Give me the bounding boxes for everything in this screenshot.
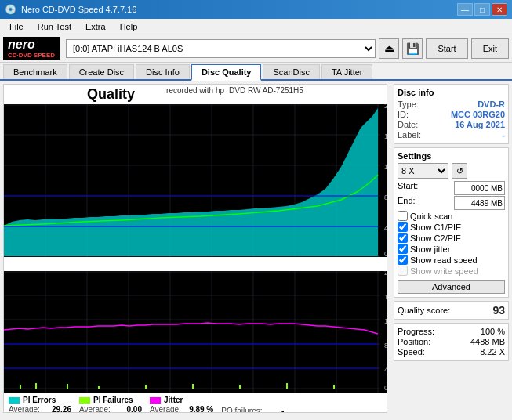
tab-scan-disc[interactable]: ScanDisc [263,64,319,79]
show-jitter-label: Show jitter [410,244,450,254]
svg-text:4: 4 [384,366,387,374]
show-c2-pif-row: Show C2/PIF [398,233,505,243]
settings-section: Settings 8 X Maximum 2 X 4 X 12 X 16 X ↺… [394,147,509,298]
toolbar: nero CD·DVD SPEED [0:0] ATAPI iHAS124 B … [0,34,512,63]
minimize-button[interactable]: — [457,3,473,16]
progress-label: Progress: [398,327,434,336]
stats-bar: PI Errors Average: 29.26 Maximum: 169 To… [4,393,387,413]
title-bar-controls: — □ ✕ [457,3,507,16]
end-row: End: [398,196,505,210]
title-bar: 💿 Nero CD-DVD Speed 4.7.7.16 — □ ✕ [0,0,512,19]
po-failures-stats: PO failures: - [221,396,284,413]
speed-row: 8 X Maximum 2 X 4 X 12 X 16 X ↺ [398,163,505,179]
position-value: 4488 MB [470,337,505,346]
svg-rect-75 [333,385,335,389]
show-read-speed-label: Show read speed [410,255,478,265]
jitter-legend [150,397,161,404]
chart-title-row: Quality recorded with hp DVD RW AD-7251H… [4,85,387,104]
exit-button[interactable]: Exit [471,38,509,59]
app-icon: 💿 [5,4,16,15]
settings-title: Settings [398,151,505,161]
pi-failures-avg-label: Average: [79,405,111,413]
pi-errors-label: PI Errors [23,396,56,404]
chart-area: Quality recorded with hp DVD RW AD-7251H… [3,84,387,413]
svg-text:20: 20 [384,271,387,277]
close-button[interactable]: ✕ [492,3,507,16]
position-row: Position: 4488 MB [398,337,505,346]
pi-errors-stats: PI Errors Average: 29.26 Maximum: 169 To… [9,396,71,413]
save-button[interactable]: 💾 [402,38,423,59]
menu-extra[interactable]: Extra [79,20,112,33]
disc-id-value: MCC 03RG20 [451,110,505,119]
menu-file[interactable]: File [3,20,30,33]
svg-text:0: 0 [384,384,387,392]
pi-failures-stats: PI Failures Average: 0.00 Maximum: 3 Tot… [79,396,142,413]
disc-type-row: Type: DVD-R [398,100,505,109]
maximize-button[interactable]: □ [474,3,490,16]
pi-failures-avg-value: 0.00 [127,405,142,413]
title-bar-text: Nero CD-DVD Speed 4.7.7.16 [21,5,136,14]
pi-errors-chart: 200 160 120 80 40 0 20 16 12 8 4 0 0. [4,104,387,257]
show-c1-pie-label: Show C1/PIE [410,223,461,232]
quick-scan-row: Quick scan [398,211,505,221]
position-label: Position: [398,337,430,346]
eject-button[interactable]: ⏏ [379,38,399,59]
show-read-speed-checkbox[interactable] [398,255,408,265]
disc-id-row: ID: MCC 03RG20 [398,110,505,119]
tab-benchmark[interactable]: Benchmark [3,64,67,79]
disc-label-label: Label: [398,130,421,139]
disc-date-label: Date: [398,120,418,129]
menu-run-test[interactable]: Run Test [31,20,78,33]
svg-text:12: 12 [384,317,387,325]
quality-score-label: Quality score: [398,306,450,315]
start-button[interactable]: Start [426,38,467,59]
disc-id-label: ID: [398,110,409,119]
svg-rect-72 [192,384,194,389]
end-label: End: [398,196,416,210]
recorded-with: recorded with hp [166,86,224,103]
right-panel: Disc info Type: DVD-R ID: MCC 03RG20 Dat… [390,81,512,416]
tab-disc-info[interactable]: Disc Info [136,64,190,79]
disc-label-value: - [502,130,505,139]
tab-ta-jitter[interactable]: TA Jitter [321,64,373,79]
refresh-button[interactable]: ↺ [452,163,467,179]
quick-scan-checkbox[interactable] [398,211,408,221]
show-write-speed-label: Show write speed [410,266,478,276]
show-jitter-checkbox[interactable] [398,244,408,254]
svg-text:0: 0 [384,250,387,257]
svg-rect-74 [286,383,288,389]
svg-rect-67 [20,385,21,389]
pi-errors-avg-label: Average: [9,405,40,413]
speed-prog-label: Speed: [398,347,425,357]
menu-help[interactable]: Help [114,20,144,33]
svg-text:16: 16 [384,132,387,140]
svg-text:20: 20 [384,104,387,110]
progress-section: Progress: 100 % Position: 4488 MB Speed:… [394,323,509,361]
speed-selector[interactable]: 8 X Maximum 2 X 4 X 12 X 16 X [398,163,448,179]
show-c2-pif-label: Show C2/PIF [410,234,461,243]
disc-type-value: DVD-R [478,100,505,109]
tab-create-disc[interactable]: Create Disc [69,64,134,79]
main-content: Quality recorded with hp DVD RW AD-7251H… [0,81,512,416]
drive-selector[interactable]: [0:0] ATAPI iHAS124 B AL0S [66,39,376,58]
speed-row-prog: Speed: 8.22 X [398,347,505,357]
svg-rect-68 [35,383,37,389]
jitter-avg-label: Average: [150,405,181,413]
show-c2-pif-checkbox[interactable] [398,233,408,243]
start-input[interactable] [454,181,505,195]
disc-info-section: Disc info Type: DVD-R ID: MCC 03RG20 Dat… [394,84,509,144]
show-c1-pie-checkbox[interactable] [398,222,408,232]
disc-date-value: 16 Aug 2021 [455,120,505,129]
jitter-label: Jitter [164,396,183,404]
tab-disc-quality[interactable]: Disc Quality [191,64,262,81]
pif-jitter-chart: 10 8 6 4 2 0 20 16 12 8 4 0 [4,271,387,393]
advanced-button[interactable]: Advanced [398,280,505,294]
end-input[interactable] [454,196,505,210]
quality-label: Quality [87,86,135,103]
jitter-avg-value: 9.89 % [189,405,213,413]
nero-logo: nero CD·DVD SPEED [3,37,60,60]
quality-score-row: Quality score: 93 [394,301,509,320]
progress-value: 100 % [481,327,505,336]
disc-type-label: Type: [398,100,419,109]
show-jitter-row: Show jitter [398,244,505,254]
